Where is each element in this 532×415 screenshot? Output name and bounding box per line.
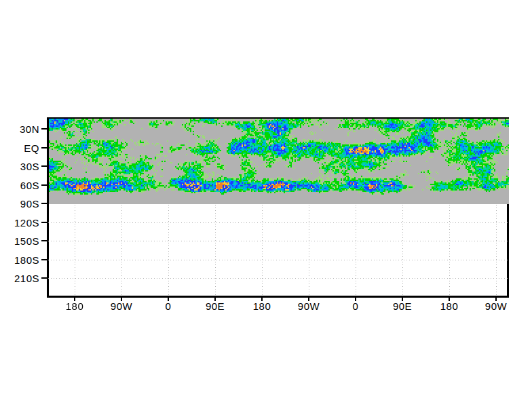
y-tick-mark [41,259,48,260]
vertical-gridline [356,205,356,296]
grads-figure: 30NEQ30S60S90S120S150S180S210S 18090W090… [0,0,532,415]
x-tick-label: 180 [253,300,271,312]
y-tick-mark [41,147,48,149]
y-tick-mark [41,203,48,204]
heatmap-field [49,119,509,204]
y-tick-label: 150S [1,235,39,247]
x-tick-label: 180 [66,300,84,312]
y-tick-label: 180S [1,254,39,265]
horizontal-gridline [48,241,508,241]
y-tick-mark [41,128,48,130]
y-tick-label: 120S [1,216,39,228]
vertical-gridline [215,205,216,296]
x-tick-label: 90W [298,300,320,312]
vertical-gridline [496,205,497,296]
y-tick-label: EQ [1,142,39,153]
y-tick-mark [41,240,48,241]
y-tick-label: 60S [1,179,39,191]
x-tick-label: 180 [440,300,459,312]
vertical-gridline [402,205,403,296]
vertical-gridline [309,205,309,296]
x-tick-label: 0 [166,300,172,312]
axis-bottom-line [47,296,509,298]
horizontal-gridline [48,278,508,279]
vertical-gridline [168,205,169,296]
y-tick-label: 90S [1,198,39,210]
vertical-gridline [121,205,122,296]
y-tick-mark [41,222,48,223]
y-tick-label: 30N [1,123,39,135]
x-tick-label: 0 [353,300,359,312]
x-tick-label: 90E [206,300,225,312]
x-tick-label: 90E [393,300,412,312]
horizontal-gridline [48,260,508,260]
vertical-gridline [75,205,75,296]
x-tick-label: 90W [111,300,132,312]
horizontal-gridline [48,222,508,223]
y-tick-label: 30S [1,161,39,172]
vertical-gridline [449,205,450,296]
y-tick-mark [41,165,48,167]
y-tick-label: 210S [1,273,39,284]
y-tick-mark [41,277,48,279]
y-tick-mark [41,184,48,186]
vertical-gridline [262,205,263,296]
x-tick-label: 90W [485,300,507,312]
